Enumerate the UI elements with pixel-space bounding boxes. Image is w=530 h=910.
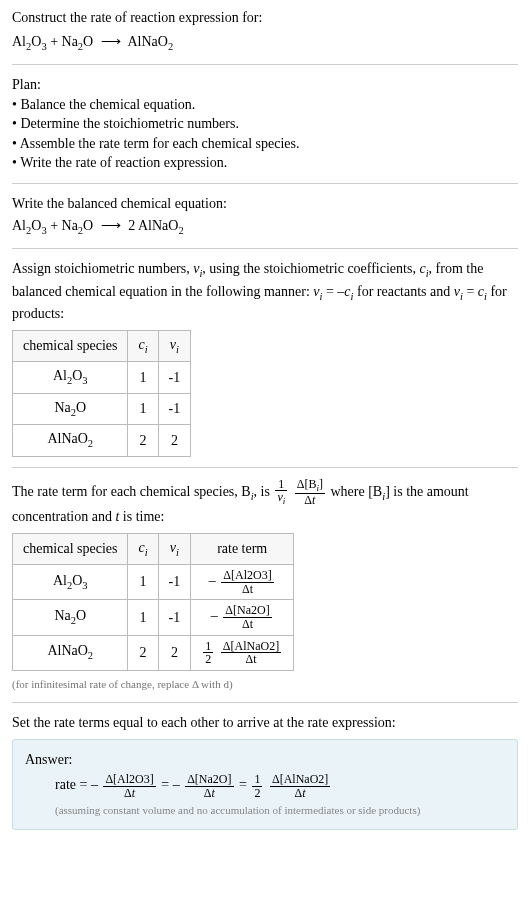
rate-num: Δ[Al2O3] <box>221 569 273 583</box>
table-row: Al2O3 1 -1 <box>13 362 191 393</box>
divider <box>12 467 518 468</box>
col-ci: ci <box>128 533 158 564</box>
plan-item: Assemble the rate term for each chemical… <box>12 134 518 154</box>
prompt-section: Construct the rate of reaction expressio… <box>12 8 518 54</box>
rate-den: Δt <box>221 653 281 666</box>
table-row: Al2O3 1 -1 – Δ[Al2O3]Δt <box>13 565 294 600</box>
plan-list: Balance the chemical equation. Determine… <box>12 95 518 173</box>
rateterm-text: The rate term for each chemical species,… <box>12 478 518 527</box>
table-header-row: chemical species ci νi <box>13 330 191 361</box>
assign-section: Assign stoichiometric numbers, νi, using… <box>12 259 518 457</box>
col-rate: rate term <box>191 533 294 564</box>
text-fragment: , is <box>254 484 274 499</box>
rate-den: Δt <box>221 583 273 596</box>
text-fragment: for reactants and <box>353 284 453 299</box>
col-ci: ci <box>128 330 158 361</box>
answer-rate: rate = – Δ[Al2O3]Δt = – Δ[Na2O]Δt = 12 Δ… <box>25 773 505 799</box>
divider <box>12 248 518 249</box>
cell-species: Na2O <box>13 393 128 424</box>
fraction: 1νi <box>275 478 287 507</box>
cell-rate: – Δ[Al2O3]Δt <box>191 565 294 600</box>
cell-species: AlNaO2 <box>13 425 128 456</box>
text-fragment: is time: <box>119 509 164 524</box>
answer-label: Answer: <box>25 750 505 770</box>
cell-species: AlNaO2 <box>13 635 128 670</box>
setequal-text: Set the rate terms equal to each other t… <box>12 713 518 733</box>
plan-item: Balance the chemical equation. <box>12 95 518 115</box>
col-species: chemical species <box>13 330 128 361</box>
cell-species: Al2O3 <box>13 565 128 600</box>
col-species: chemical species <box>13 533 128 564</box>
coef-num: 1 <box>203 640 213 654</box>
cell-ci: 1 <box>128 362 158 393</box>
divider <box>12 183 518 184</box>
unbalanced-equation: Al2O3 + Na2O ⟶ AlNaO2 <box>12 32 518 54</box>
assign-text: Assign stoichiometric numbers, νi, using… <box>12 259 518 324</box>
stoich-table-2: chemical species ci νi rate term Al2O3 1… <box>12 533 294 671</box>
cell-rate: 12 Δ[AlNaO2]Δt <box>191 635 294 670</box>
table-row: Na2O 1 -1 <box>13 393 191 424</box>
table-row: Na2O 1 -1 – Δ[Na2O]Δt <box>13 600 294 635</box>
cell-nui: -1 <box>158 362 191 393</box>
rate-num: Δ[Na2O] <box>223 604 271 618</box>
cell-nui: -1 <box>158 565 191 600</box>
col-nui: νi <box>158 330 191 361</box>
plan-section: Plan: Balance the chemical equation. Det… <box>12 75 518 173</box>
divider <box>12 702 518 703</box>
cell-ci: 2 <box>128 425 158 456</box>
divider <box>12 64 518 65</box>
balanced-title: Write the balanced chemical equation: <box>12 194 518 214</box>
text-fragment: Assign stoichiometric numbers, <box>12 261 193 276</box>
table-row: AlNaO2 2 2 12 Δ[AlNaO2]Δt <box>13 635 294 670</box>
plan-title: Plan: <box>12 75 518 95</box>
rate-num: Δ[AlNaO2] <box>221 640 281 654</box>
cell-ci: 2 <box>128 635 158 670</box>
cell-nui: -1 <box>158 393 191 424</box>
col-nui: νi <box>158 533 191 564</box>
cell-nui: 2 <box>158 425 191 456</box>
answer-note: (assuming constant volume and no accumul… <box>25 803 505 818</box>
table-header-row: chemical species ci νi rate term <box>13 533 294 564</box>
arrow-icon: ⟶ <box>101 216 121 236</box>
cell-ci: 1 <box>128 393 158 424</box>
stoich-table-1: chemical species ci νi Al2O3 1 -1 Na2O 1… <box>12 330 191 457</box>
cell-ci: 1 <box>128 600 158 635</box>
cell-species: Na2O <box>13 600 128 635</box>
text-fragment: where [B <box>331 484 383 499</box>
fraction: Δ[Bi]Δt <box>295 478 325 507</box>
cell-nui: 2 <box>158 635 191 670</box>
arrow-icon: ⟶ <box>101 32 121 52</box>
coef-den: 2 <box>203 653 213 666</box>
prompt-text: Construct the rate of reaction expressio… <box>12 8 518 28</box>
cell-ci: 1 <box>128 565 158 600</box>
cell-rate: – Δ[Na2O]Δt <box>191 600 294 635</box>
text-fragment: , using the stoichiometric coefficients, <box>202 261 419 276</box>
answer-box: Answer: rate = – Δ[Al2O3]Δt = – Δ[Na2O]Δ… <box>12 739 518 830</box>
setequal-section: Set the rate terms equal to each other t… <box>12 713 518 830</box>
rate-den: Δt <box>223 618 271 631</box>
plan-item: Write the rate of reaction expression. <box>12 153 518 173</box>
text-fragment: The rate term for each chemical species,… <box>12 484 251 499</box>
balanced-section: Write the balanced chemical equation: Al… <box>12 194 518 238</box>
balanced-equation: Al2O3 + Na2O ⟶ 2 AlNaO2 <box>12 216 518 238</box>
rateterm-section: The rate term for each chemical species,… <box>12 478 518 692</box>
table2-note: (for infinitesimal rate of change, repla… <box>12 677 518 692</box>
table-row: AlNaO2 2 2 <box>13 425 191 456</box>
cell-species: Al2O3 <box>13 362 128 393</box>
cell-nui: -1 <box>158 600 191 635</box>
plan-item: Determine the stoichiometric numbers. <box>12 114 518 134</box>
